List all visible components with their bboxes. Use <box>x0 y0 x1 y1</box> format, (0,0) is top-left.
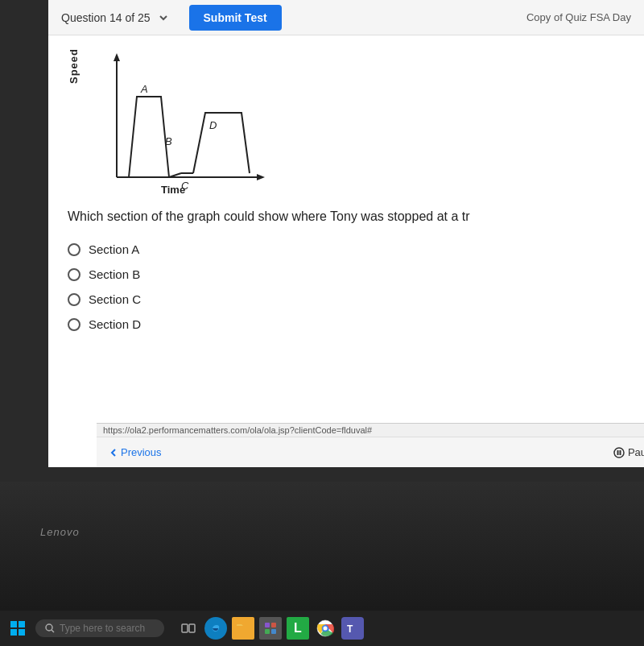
svg-marker-1 <box>114 53 120 61</box>
svg-rect-8 <box>619 450 621 455</box>
keyboard-area: Lenovo <box>0 482 644 611</box>
chrome-icon[interactable] <box>314 617 336 640</box>
svg-text:T: T <box>347 623 353 635</box>
graph-svg: A B C D Time <box>85 48 278 197</box>
time-axis-label: Time <box>161 184 185 196</box>
task-view-svg <box>181 621 196 636</box>
laptop-outer: Question 14 of 25 Submit Test Copy of Qu… <box>0 0 644 646</box>
svg-rect-12 <box>19 629 25 636</box>
task-view-icon[interactable] <box>177 617 200 640</box>
bottom-nav: Previous Pause Test <box>97 437 644 467</box>
svg-point-6 <box>614 448 624 458</box>
radio-c[interactable] <box>68 293 80 306</box>
folder-svg <box>236 621 250 636</box>
chevron-left-icon <box>109 449 118 457</box>
previous-label: Previous <box>121 446 162 458</box>
screen: Question 14 of 25 Submit Test Copy of Qu… <box>48 0 644 467</box>
question-label: Question 14 of 25 <box>61 11 151 24</box>
submit-test-button[interactable]: Submit Test <box>189 5 282 31</box>
svg-rect-7 <box>617 450 618 455</box>
chevron-down-icon[interactable] <box>157 11 170 24</box>
teams-svg: T <box>345 621 360 636</box>
edge-svg <box>208 621 223 636</box>
radio-d[interactable] <box>68 318 80 331</box>
svg-rect-18 <box>237 626 250 634</box>
url-text: https://ola2.performancematters.com/ola/… <box>103 425 372 435</box>
option-d[interactable]: Section D <box>68 317 625 331</box>
radio-a[interactable] <box>68 243 80 256</box>
pause-label: Pause Test <box>628 446 644 458</box>
calendar-svg <box>263 621 278 636</box>
option-a[interactable]: Section A <box>68 242 625 256</box>
pause-icon <box>613 447 625 458</box>
svg-rect-9 <box>10 621 17 627</box>
speed-axis-label: Speed <box>68 48 80 84</box>
edge-icon[interactable] <box>204 617 227 640</box>
option-b-label: Section B <box>89 267 140 281</box>
option-c-label: Section C <box>89 292 141 306</box>
svg-point-26 <box>324 627 328 631</box>
file-explorer-icon[interactable] <box>232 617 254 640</box>
radio-b[interactable] <box>68 268 80 281</box>
option-d-label: Section D <box>89 317 141 331</box>
label-A: A <box>140 83 148 95</box>
svg-rect-11 <box>10 629 17 636</box>
option-a-label: Section A <box>89 242 139 256</box>
search-input[interactable] <box>60 623 148 634</box>
chrome-svg <box>316 619 334 637</box>
windows-logo-icon <box>10 621 25 636</box>
content-area: Speed <box>48 35 644 344</box>
pause-test-button[interactable]: Pause Test <box>613 446 644 458</box>
l-label: L <box>294 621 302 636</box>
taskbar: L T <box>0 611 644 646</box>
svg-rect-22 <box>271 629 276 634</box>
question-text: Which section of the graph could show wh… <box>68 207 625 226</box>
svg-line-14 <box>52 630 54 632</box>
teams-icon[interactable]: T <box>341 617 364 640</box>
svg-rect-10 <box>19 621 25 627</box>
previous-button[interactable]: Previous <box>109 446 162 458</box>
question-nav: Question 14 of 25 Submit Test <box>61 5 282 31</box>
option-c[interactable]: Section C <box>68 292 625 306</box>
calendar-icon[interactable] <box>259 617 282 640</box>
taskbar-icons: L T <box>177 617 364 640</box>
svg-rect-19 <box>265 623 270 627</box>
svg-marker-3 <box>257 174 265 180</box>
svg-point-13 <box>46 624 52 631</box>
search-bar[interactable] <box>35 619 164 637</box>
search-icon <box>45 623 55 633</box>
svg-rect-21 <box>265 629 270 634</box>
l-app-icon[interactable]: L <box>287 617 309 640</box>
svg-rect-15 <box>182 624 188 632</box>
top-bar: Question 14 of 25 Submit Test Copy of Qu… <box>48 0 644 35</box>
svg-rect-20 <box>271 623 276 627</box>
label-D: D <box>209 119 217 131</box>
url-bar: https://ola2.performancematters.com/ola/… <box>97 423 644 437</box>
svg-rect-16 <box>189 624 195 632</box>
label-B: B <box>165 135 172 147</box>
lenovo-label: Lenovo <box>40 526 80 538</box>
windows-icon[interactable] <box>6 617 29 640</box>
top-right-label: Copy of Quiz FSA Day <box>526 11 631 23</box>
options-list: Section A Section B Section C Section D <box>68 242 625 331</box>
option-b[interactable]: Section B <box>68 267 625 281</box>
